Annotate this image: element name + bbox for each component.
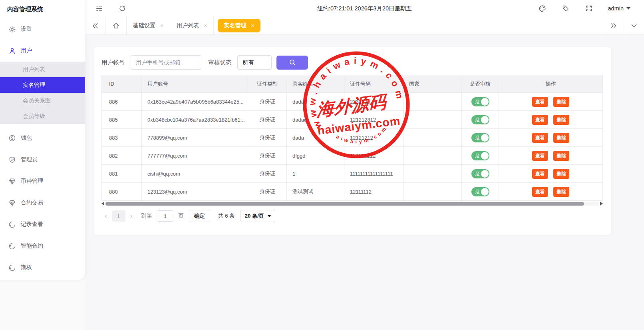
view-button[interactable]: 查看 (532, 97, 548, 107)
next-page-button[interactable]: › (127, 212, 136, 220)
col-header-id-type: 证件类型 (248, 75, 287, 93)
sidebar-item-records[interactable]: 记录查看 (0, 214, 85, 235)
tab-basic-settings[interactable]: 基础设置 × (127, 17, 170, 35)
cell-real-name: dadad (287, 93, 344, 111)
table-row: 885 0xb348cbc104a376a7aa2833e1821fb61...… (102, 111, 603, 129)
status-select[interactable]: 所有 (237, 55, 272, 70)
delete-button[interactable]: 删除 (553, 169, 569, 179)
approved-toggle[interactable]: 是 (471, 133, 489, 142)
cell-country (403, 183, 462, 201)
tab-user-list[interactable]: 用户列表 × (170, 17, 214, 35)
approved-toggle[interactable]: 是 (471, 169, 489, 178)
page-size-select[interactable]: 20 条/页 (241, 210, 275, 222)
approved-toggle[interactable]: 是 (471, 187, 489, 196)
sidebar-item-currency[interactable]: 币种管理 (0, 170, 85, 192)
cell-id-type: 身份证 (248, 129, 287, 147)
account-input[interactable] (131, 55, 201, 70)
sidebar-item-smart-contract[interactable]: 智能合约 (0, 235, 85, 257)
delete-button[interactable]: 删除 (553, 133, 569, 143)
cell-country (403, 111, 462, 129)
search-button[interactable] (276, 56, 308, 70)
table-body: 886 0x163ce42a9b407a5b095b6a83344e25... … (102, 93, 603, 201)
filter-bar: 用户帐号 审核状态 所有 (101, 55, 603, 70)
home-tab-button[interactable] (106, 17, 127, 35)
history-circle-icon (9, 264, 16, 271)
view-button[interactable]: 查看 (532, 115, 548, 125)
fullscreen-icon (585, 5, 592, 12)
view-button[interactable]: 查看 (532, 187, 548, 197)
sidebar-item-member-graph[interactable]: 会员关系图 (0, 93, 85, 108)
scrollbar-thumb[interactable] (105, 202, 584, 206)
sidebar-item-label: 记录查看 (21, 221, 43, 228)
scroll-left-arrow-icon[interactable] (101, 202, 104, 206)
chevron-down-icon (631, 23, 637, 28)
fullscreen-button[interactable] (579, 0, 598, 17)
tabs-scroll-left-button[interactable] (85, 17, 106, 35)
cell-country (403, 165, 462, 183)
scrollbar-track[interactable] (105, 202, 599, 206)
refresh-button[interactable] (109, 0, 132, 17)
confirm-page-button[interactable]: 确定 (189, 210, 210, 222)
goto-page-input[interactable] (157, 210, 173, 222)
table-row: 880 123123@qq.com 身份证 测试测试 12111112 是 查看… (102, 183, 603, 201)
app-title: 内容管理系统 (0, 0, 85, 18)
delete-button[interactable]: 删除 (553, 115, 569, 125)
toggle-label: 是 (475, 188, 480, 195)
toggle-label: 是 (475, 134, 480, 141)
scroll-right-arrow-icon[interactable] (600, 202, 603, 206)
prev-page-button[interactable]: ‹ (101, 212, 110, 220)
tab-realname-management[interactable]: 实名管理 × (218, 19, 260, 32)
chevron-down-icon (626, 7, 630, 10)
cell-id-number: 12111112 (344, 183, 403, 201)
theme-button[interactable] (533, 0, 552, 17)
toggle-label: 是 (475, 152, 480, 159)
double-chevron-right-icon (610, 23, 617, 29)
view-button[interactable]: 查看 (532, 151, 548, 161)
sidebar-item-wallet[interactable]: 钱包 (0, 127, 85, 149)
cell-id-number: 2232223 (344, 93, 403, 111)
approved-toggle[interactable]: 是 (471, 97, 489, 106)
sidebar-item-contract-trade[interactable]: 合约交易 (0, 192, 85, 214)
tag-icon (562, 5, 569, 12)
view-button[interactable]: 查看 (532, 169, 548, 179)
tabs-menu-button[interactable] (624, 17, 644, 35)
close-tab-icon[interactable]: × (160, 22, 163, 29)
gear-icon (9, 26, 16, 33)
approved-toggle[interactable]: 是 (471, 151, 489, 160)
delete-button[interactable]: 删除 (553, 97, 569, 107)
col-header-account: 用户账号 (142, 75, 248, 93)
view-button[interactable]: 查看 (532, 133, 548, 143)
delete-button[interactable]: 删除 (553, 151, 569, 161)
current-page[interactable]: 1 (112, 210, 125, 222)
cell-id: 886 (102, 93, 142, 111)
user-menu[interactable]: admin (602, 5, 631, 12)
cell-id-number: 11111111111111111 (344, 165, 403, 183)
delete-button[interactable]: 删除 (553, 187, 569, 197)
sidebar-item-member-level[interactable]: 会员等级 (0, 108, 85, 124)
horizontal-scrollbar[interactable] (101, 201, 603, 206)
status-filter-label: 审核状态 (208, 59, 231, 66)
toggle-knob (481, 116, 489, 124)
username: admin (608, 5, 624, 12)
sidebar-item-admins[interactable]: 管理员 (0, 149, 85, 170)
collapse-sidebar-button[interactable] (85, 0, 109, 17)
sidebar-item-user-list[interactable]: 用户列表 (0, 62, 85, 77)
col-header-country: 国家 (403, 75, 462, 93)
topbar: 纽约:07:21:01 2026年3月20日星期五 admin (85, 0, 644, 17)
sidebar-item-users[interactable]: 用户 (0, 40, 85, 62)
cell-id-type: 身份证 (248, 111, 287, 129)
sidebar-item-settings[interactable]: 设置 (0, 18, 85, 40)
palette-icon (539, 5, 546, 12)
tabs-scroll-right-button[interactable] (603, 17, 624, 35)
table-row: 886 0x163ce42a9b407a5b095b6a83344e25... … (102, 93, 603, 111)
tab-label: 用户列表 (177, 22, 199, 29)
approved-toggle[interactable]: 是 (471, 115, 489, 124)
toggle-label: 是 (475, 170, 480, 177)
sidebar-item-realname[interactable]: 实名管理 (0, 77, 85, 93)
content-panel: 用户帐号 审核状态 所有 ID 用户账号 证件类型 真实姓名 证件号码 国家 是… (93, 47, 611, 235)
sidebar-item-options[interactable]: 期权 (0, 257, 85, 278)
close-tab-icon[interactable]: × (204, 22, 207, 29)
history-circle-icon (9, 243, 16, 250)
tag-button[interactable] (556, 0, 575, 17)
close-tab-icon[interactable]: × (251, 22, 254, 29)
